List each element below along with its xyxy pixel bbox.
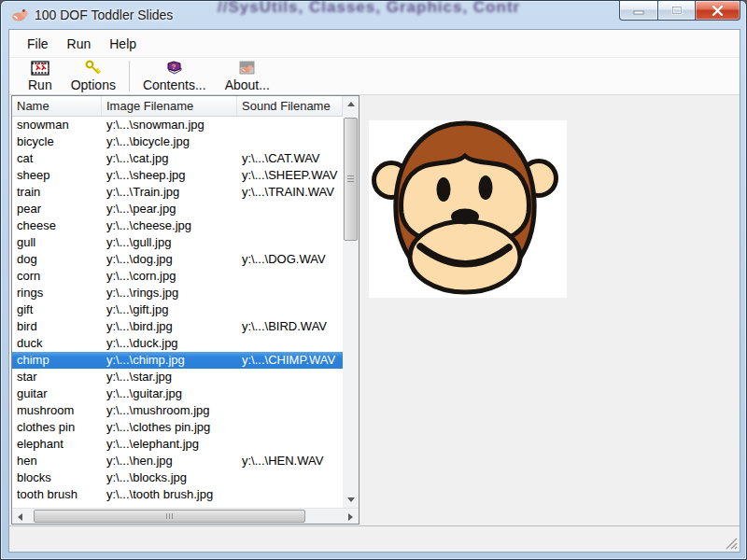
vertical-scroll-thumb[interactable] bbox=[344, 118, 358, 241]
cell-image-filename: y:\...\gift.jpg bbox=[102, 301, 237, 318]
cell-sound-filename bbox=[237, 335, 343, 352]
cell-sound-filename bbox=[237, 301, 343, 318]
key-icon bbox=[84, 60, 103, 77]
cell-image-filename: y:\...\cat.jpg bbox=[102, 150, 237, 167]
scroll-right-button[interactable] bbox=[343, 509, 359, 525]
table-row[interactable]: tooth brush y:\...\tooth brush.jpg bbox=[12, 486, 343, 503]
cell-sound-filename: y:\...\DOG.WAV bbox=[237, 251, 343, 268]
cell-name: blocks bbox=[12, 469, 102, 486]
column-header-image[interactable]: Image Filename bbox=[102, 96, 237, 116]
cell-sound-filename bbox=[237, 385, 343, 402]
cell-image-filename: y:\...\bicycle.jpg bbox=[102, 133, 237, 150]
cell-sound-filename bbox=[237, 201, 343, 217]
table-row[interactable]: dog y:\...\dog.jpg y:\...\DOG.WAV bbox=[12, 251, 343, 268]
background-glass-text: //SysUtils, Classes, Graphics, Contr bbox=[218, 0, 619, 22]
options-button[interactable]: Options bbox=[62, 58, 125, 94]
about-button[interactable]: About... bbox=[216, 58, 279, 94]
cell-name: gull bbox=[12, 234, 102, 251]
table-row[interactable]: bicycle y:\...\bicycle.jpg bbox=[12, 133, 343, 150]
cell-image-filename: y:\...\elephant.jpg bbox=[102, 436, 237, 453]
cell-sound-filename: y:\...\CAT.WAV bbox=[237, 150, 343, 167]
minimize-button[interactable] bbox=[619, 1, 658, 21]
maximize-icon bbox=[671, 6, 683, 15]
table-row[interactable]: cat y:\...\cat.jpg y:\...\CAT.WAV bbox=[12, 150, 343, 167]
table-row[interactable]: guitar y:\...\guitar.jpg bbox=[12, 385, 343, 402]
cell-name: cat bbox=[12, 150, 102, 167]
cell-image-filename: y:\...\gull.jpg bbox=[102, 234, 237, 251]
close-icon bbox=[712, 6, 724, 16]
about-picture-icon bbox=[238, 60, 257, 77]
monkey-image bbox=[369, 120, 567, 298]
cell-image-filename: y:\...\corn.jpg bbox=[102, 268, 237, 285]
cell-sound-filename bbox=[237, 234, 343, 251]
close-button[interactable] bbox=[696, 1, 740, 21]
cell-name: snowman bbox=[12, 117, 102, 133]
cell-name: hen bbox=[12, 453, 102, 469]
table-row[interactable]: gift y:\...\gift.jpg bbox=[12, 301, 343, 318]
cell-sound-filename: y:\...\SHEEP.WAV bbox=[237, 167, 343, 184]
scroll-up-button[interactable] bbox=[343, 96, 359, 112]
column-header-sound[interactable]: Sound Filename bbox=[237, 96, 343, 116]
cell-image-filename: y:\...\snowman.jpg bbox=[102, 117, 237, 133]
slides-listview: Name Image Filename Sound Filename snowm… bbox=[11, 95, 359, 525]
table-row[interactable]: star y:\...\star.jpg bbox=[12, 369, 343, 385]
cell-image-filename: y:\...\guitar.jpg bbox=[102, 385, 237, 402]
toolbar-separator bbox=[129, 61, 130, 91]
about-button-label: About... bbox=[225, 77, 270, 92]
app-window: //SysUtils, Classes, Graphics, Contr 100… bbox=[0, 0, 747, 560]
table-row[interactable]: snowman y:\...\snowman.jpg bbox=[12, 117, 343, 133]
cell-name: cheese bbox=[12, 217, 102, 234]
cell-image-filename: y:\...\sheep.jpg bbox=[102, 167, 237, 184]
cell-name: clothes pin bbox=[12, 419, 102, 436]
table-row[interactable]: sheep y:\...\sheep.jpg y:\...\SHEEP.WAV bbox=[12, 167, 343, 184]
cell-sound-filename bbox=[237, 369, 343, 385]
table-row[interactable]: elephant y:\...\elephant.jpg bbox=[12, 436, 343, 453]
cell-image-filename: y:\...\chimp.jpg bbox=[102, 352, 237, 369]
table-row[interactable]: hen y:\...\hen.jpg y:\...\HEN.WAV bbox=[12, 453, 343, 469]
table-row[interactable]: gull y:\...\gull.jpg bbox=[12, 234, 343, 251]
horizontal-scrollbar[interactable] bbox=[12, 508, 359, 524]
table-row[interactable]: cheese y:\...\cheese.jpg bbox=[12, 217, 343, 234]
cell-image-filename: y:\...\bird.jpg bbox=[102, 318, 237, 335]
menu-file[interactable]: File bbox=[18, 32, 58, 56]
table-row[interactable]: corn y:\...\corn.jpg bbox=[12, 268, 343, 285]
cell-name: elephant bbox=[12, 436, 102, 453]
contents-button[interactable]: ? Contents... bbox=[134, 58, 216, 94]
table-row[interactable]: clothes pin y:\...\clothes pin.jpg bbox=[12, 419, 343, 436]
right-arrow-icon bbox=[348, 513, 353, 521]
table-row[interactable]: pear y:\...\pear.jpg bbox=[12, 201, 343, 217]
cell-name: pear bbox=[12, 201, 102, 217]
menu-help[interactable]: Help bbox=[100, 32, 146, 56]
title-bar[interactable]: //SysUtils, Classes, Graphics, Contr 100… bbox=[1, 1, 746, 29]
cell-name: rings bbox=[12, 285, 102, 301]
cell-sound-filename: y:\...\BIRD.WAV bbox=[237, 318, 343, 335]
cell-name: dog bbox=[12, 251, 102, 268]
cell-name: gift bbox=[12, 301, 102, 318]
minimize-icon bbox=[633, 7, 644, 15]
table-row[interactable]: blocks y:\...\blocks.jpg bbox=[12, 469, 343, 486]
baby-icon bbox=[11, 7, 28, 22]
cell-sound-filename bbox=[237, 133, 343, 150]
vertical-scrollbar[interactable] bbox=[343, 96, 359, 508]
thumb-grip-icon bbox=[347, 175, 354, 183]
cell-image-filename: y:\...\Train.jpg bbox=[102, 184, 237, 201]
table-row[interactable]: train y:\...\Train.jpg y:\...\TRAIN.WAV bbox=[12, 184, 343, 201]
toolbar: Run Options bbox=[9, 58, 740, 95]
column-header-name[interactable]: Name bbox=[12, 96, 102, 116]
scroll-left-button[interactable] bbox=[12, 509, 28, 525]
table-row[interactable]: duck y:\...\duck.jpg bbox=[12, 335, 343, 352]
svg-text:?: ? bbox=[171, 62, 176, 70]
table-row[interactable]: rings y:\...\rings.jpg bbox=[12, 285, 343, 301]
table-row[interactable]: bird y:\...\bird.jpg y:\...\BIRD.WAV bbox=[12, 318, 343, 335]
menu-run[interactable]: Run bbox=[58, 32, 101, 56]
maximize-button[interactable] bbox=[658, 1, 696, 21]
resize-grip[interactable] bbox=[725, 537, 738, 550]
filmstrip-run-icon bbox=[31, 60, 49, 77]
table-row[interactable]: mushroom y:\...\mushroom.jpg bbox=[12, 402, 343, 419]
table-row[interactable]: chimp y:\...\chimp.jpg y:\...\CHIMP.WAV bbox=[12, 352, 343, 369]
run-button[interactable]: Run bbox=[19, 58, 62, 94]
horizontal-scroll-thumb[interactable] bbox=[34, 510, 305, 523]
cell-name: sheep bbox=[12, 167, 102, 184]
scroll-down-button[interactable] bbox=[343, 492, 359, 508]
client-area: File Run Help Run bbox=[8, 29, 740, 553]
